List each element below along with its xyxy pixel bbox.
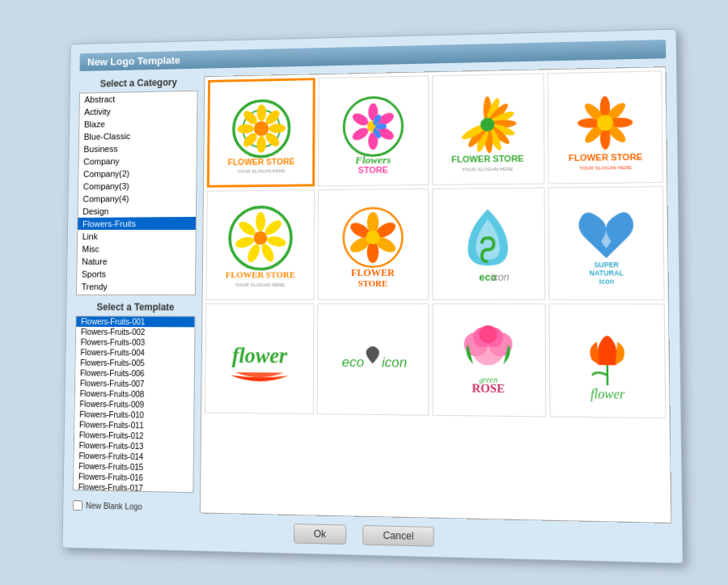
content-area: Select a Category AbstractActivityBlazeB… xyxy=(73,66,672,524)
svg-text:YOUR SLOGAN HERE: YOUR SLOGAN HERE xyxy=(235,282,286,287)
category-item-design[interactable]: Design xyxy=(78,204,196,218)
logo-cell-10[interactable]: eco icon xyxy=(317,303,429,415)
template-item-2[interactable]: Flowers-Fruits-002 xyxy=(76,326,194,337)
logo-cell-4[interactable]: FLOWER STORE YOUR SLOGAN HERE xyxy=(547,70,662,184)
category-item-sports[interactable]: Sports xyxy=(77,267,195,280)
category-item-company[interactable]: Company xyxy=(78,154,196,167)
svg-text:icon: icon xyxy=(382,354,407,370)
logo-cell-8[interactable]: SUPER NATURAL icon xyxy=(548,186,664,299)
category-item-company2[interactable]: Company(2) xyxy=(78,166,196,180)
template-item-11[interactable]: Flowers-Fruits-011 xyxy=(74,419,193,431)
svg-text:eco: eco xyxy=(342,354,364,370)
template-item-6[interactable]: Flowers-Fruits-006 xyxy=(75,367,194,379)
svg-text:NATURAL: NATURAL xyxy=(589,268,623,277)
new-blank-option: New Blank Logo xyxy=(73,500,194,513)
logo-cell-12[interactable]: flower xyxy=(548,303,666,418)
category-label: Select a Category xyxy=(79,76,198,89)
new-logo-template-dialog: New Logo Template Select a Category Abst… xyxy=(62,28,684,563)
svg-text:STORE: STORE xyxy=(358,278,387,287)
svg-point-6 xyxy=(256,135,266,152)
category-item-company4[interactable]: Company(4) xyxy=(78,191,197,205)
template-item-4[interactable]: Flowers-Fruits-004 xyxy=(76,347,195,358)
category-item-company3[interactable]: Company(3) xyxy=(78,179,196,193)
template-item-10[interactable]: Flowers-Fruits-010 xyxy=(74,409,193,421)
category-item-business[interactable]: Business xyxy=(79,141,197,155)
svg-text:icon: icon xyxy=(599,276,613,284)
dialog-footer: Ok Cancel xyxy=(72,518,672,552)
dialog-title: New Logo Template xyxy=(79,40,666,71)
category-item-link[interactable]: Link xyxy=(78,229,196,242)
template-item-7[interactable]: Flowers-Fruits-007 xyxy=(75,378,194,389)
svg-point-4 xyxy=(269,123,286,133)
svg-text:FLOWER STORE: FLOWER STORE xyxy=(451,153,523,163)
logo-cell-2[interactable]: Flowers STORE xyxy=(318,75,428,186)
svg-text:icon: icon xyxy=(491,271,510,283)
svg-text:FLOWER STORE: FLOWER STORE xyxy=(568,151,641,163)
svg-text:flower: flower xyxy=(231,343,288,367)
logo-cell-5[interactable]: FLOWER STORE YOUR SLOGAN HERE xyxy=(205,189,315,299)
logo-grid-panel: FLOWER STORE YOUR SLOGAN HERE xyxy=(200,66,671,524)
category-item-misc[interactable]: Misc xyxy=(78,242,196,255)
svg-text:STORE: STORE xyxy=(358,164,388,175)
svg-text:ROSE: ROSE xyxy=(472,381,506,395)
svg-text:Flowers: Flowers xyxy=(354,153,391,166)
template-item-5[interactable]: Flowers-Fruits-005 xyxy=(75,357,194,368)
cancel-button[interactable]: Cancel xyxy=(362,524,434,546)
template-list[interactable]: Flowers-Fruits-001Flowers-Fruits-002Flow… xyxy=(73,316,196,493)
ok-button[interactable]: Ok xyxy=(294,524,346,545)
svg-point-8 xyxy=(237,123,254,133)
category-item-activity[interactable]: Activity xyxy=(79,104,197,118)
category-item-nature[interactable]: Nature xyxy=(77,254,195,267)
template-item-3[interactable]: Flowers-Fruits-003 xyxy=(76,337,195,347)
logo-cell-1[interactable]: FLOWER STORE YOUR SLOGAN HERE xyxy=(207,78,315,188)
svg-text:FLOWER STORE: FLOWER STORE xyxy=(225,269,294,279)
svg-text:SUPER: SUPER xyxy=(594,261,619,269)
logo-cell-6[interactable]: FLOWER STORE xyxy=(318,189,429,299)
category-section: Select a Category AbstractActivityBlazeB… xyxy=(76,76,198,295)
category-list[interactable]: AbstractActivityBlazeBlue-ClassicBusines… xyxy=(76,90,198,295)
category-item-flowers-fruits[interactable]: Flowers-Fruits xyxy=(78,216,196,230)
new-blank-checkbox[interactable] xyxy=(73,500,83,511)
logo-grid: FLOWER STORE YOUR SLOGAN HERE xyxy=(205,70,666,418)
svg-text:flower: flower xyxy=(590,386,625,401)
template-item-8[interactable]: Flowers-Fruits-008 xyxy=(75,388,194,400)
svg-point-55 xyxy=(266,235,287,248)
svg-point-2 xyxy=(256,104,266,121)
template-item-18[interactable]: Flowers-Fruits-018 xyxy=(74,492,193,493)
svg-text:FLOWER STORE: FLOWER STORE xyxy=(227,156,294,166)
logo-cell-7[interactable]: eco icon xyxy=(432,187,545,299)
logo-cell-11[interactable]: green ROSE xyxy=(432,303,546,417)
category-item-trendy[interactable]: Trendy xyxy=(77,280,195,293)
left-panel: Select a Category AbstractActivityBlazeB… xyxy=(73,76,198,513)
template-section: Select a Template Flowers-Fruits-001Flow… xyxy=(73,301,196,492)
logo-cell-9[interactable]: flower xyxy=(205,303,315,414)
svg-text:FLOWER: FLOWER xyxy=(351,266,395,278)
template-label: Select a Template xyxy=(76,301,196,312)
logo-cell-3[interactable]: FLOWER STORE YOUR SLOGAN HERE xyxy=(432,73,545,185)
template-item-17[interactable]: Flowers-Fruits-017 xyxy=(74,481,193,493)
svg-point-60 xyxy=(253,231,267,244)
svg-text:YOUR SLOGAN HERE: YOUR SLOGAN HERE xyxy=(578,164,632,170)
category-item-blaze[interactable]: Blaze xyxy=(79,116,197,130)
svg-point-19 xyxy=(350,110,370,127)
svg-text:YOUR SLOGAN HERE: YOUR SLOGAN HERE xyxy=(237,167,286,173)
template-item-9[interactable]: Flowers-Fruits-009 xyxy=(75,398,194,409)
svg-text:YOUR SLOGAN HERE: YOUR SLOGAN HERE xyxy=(462,166,514,172)
svg-point-64 xyxy=(367,212,379,234)
template-item-1[interactable]: Flowers-Fruits-001 xyxy=(76,316,194,327)
category-item-blue-classic[interactable]: Blue-Classic xyxy=(79,129,197,143)
new-blank-label: New Blank Logo xyxy=(86,501,142,511)
svg-point-53 xyxy=(256,211,265,231)
